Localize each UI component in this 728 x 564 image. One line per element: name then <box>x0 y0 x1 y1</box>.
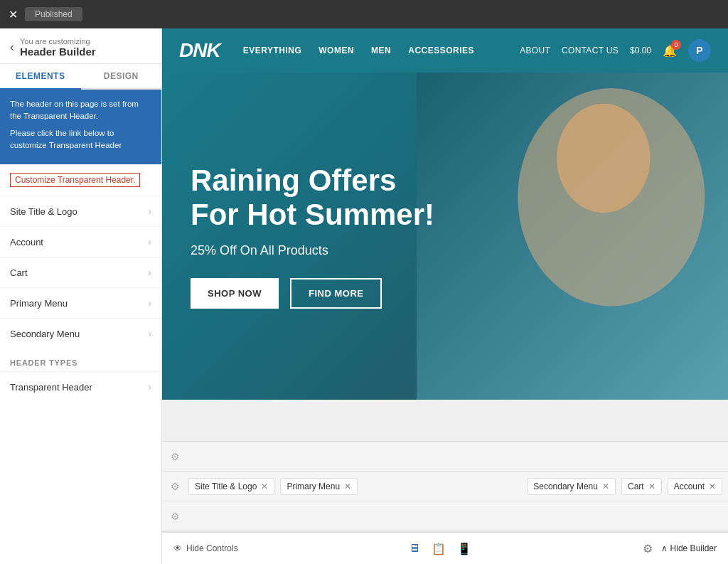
chevron-right-icon: › <box>148 206 151 217</box>
site-header: DNK EVERYTHING WOMEN MEN ACCESSORIES ABO… <box>162 28 728 73</box>
chevron-right-icon: › <box>148 381 151 393</box>
footer-bar: 👁 Hide Controls 🖥 📋 📱 ⚙ ∧ Hide Builder <box>162 531 728 564</box>
header-types-label: HEADER TYPES <box>0 348 161 371</box>
cart-amount[interactable]: $0.00 <box>630 46 651 55</box>
close-button[interactable]: ✕ <box>9 8 18 21</box>
builder-tag-secondary-menu[interactable]: Secondary Menu ✕ <box>527 478 616 495</box>
chevron-right-icon: › <box>148 297 151 309</box>
website-preview: DNK EVERYTHING WOMEN MEN ACCESSORIES ABO… <box>162 28 728 441</box>
row2-gear-icon[interactable]: ⚙ <box>168 478 183 495</box>
info-box: The header on this page is set from the … <box>0 90 161 164</box>
sidebar-header: ‹ You are customizing Header Builder <box>0 28 161 64</box>
hero-subtitle: 25% Off On All Products <box>191 243 434 258</box>
info-line2: Please click the link below to customize… <box>10 127 151 152</box>
builder-tag-primary-menu[interactable]: Primary Menu ✕ <box>280 478 358 495</box>
sidebar-tabs: ELEMENTS DESIGN <box>0 64 161 90</box>
customize-link[interactable]: Customize Transparent Header. <box>10 173 140 187</box>
customizing-label: You are customizing <box>20 37 96 46</box>
settings-gear-button[interactable]: ⚙ <box>643 542 653 555</box>
builder-tag-cart[interactable]: Cart ✕ <box>621 478 662 495</box>
builder-bottom: ⚙ ⚙ Site Title & Logo ✕ Primary Menu ✕ S… <box>162 441 728 531</box>
row3-gear-icon[interactable]: ⚙ <box>168 508 183 525</box>
site-nav: EVERYTHING WOMEN MEN ACCESSORIES <box>243 46 520 55</box>
nav-everything[interactable]: EVERYTHING <box>243 46 302 55</box>
sidebar-item-site-title[interactable]: Site Title & Logo › <box>0 196 161 226</box>
nav-about[interactable]: ABOUT <box>520 46 550 55</box>
customize-link-wrapper: Customize Transparent Header. <box>0 164 161 196</box>
sidebar-item-cart[interactable]: Cart › <box>0 257 161 287</box>
chevron-right-icon: › <box>148 328 151 339</box>
footer-right: ⚙ ∧ Hide Builder <box>643 542 717 555</box>
builder-row-3: ⚙ <box>162 501 728 531</box>
content-area: DNK EVERYTHING WOMEN MEN ACCESSORIES ABO… <box>162 28 728 564</box>
back-button[interactable]: ‹ <box>10 40 14 55</box>
notification-badge: 0 <box>671 40 681 50</box>
site-nav-right: ABOUT CONTACT US $0.00 🔔 0 P <box>520 39 711 62</box>
mobile-icon[interactable]: 📱 <box>457 542 471 555</box>
builder-tag-site-title[interactable]: Site Title & Logo ✕ <box>188 478 274 495</box>
tag-close-cart[interactable]: ✕ <box>648 481 655 491</box>
published-badge: Published <box>25 7 82 21</box>
sidebar-item-primary-menu[interactable]: Primary Menu › <box>0 287 161 318</box>
sidebar-item-account[interactable]: Account › <box>0 226 161 257</box>
hero-buttons: SHOP NOW FIND MORE <box>191 278 434 309</box>
site-logo: DNK <box>179 39 220 62</box>
top-bar: ✕ Published <box>0 0 728 28</box>
tablet-icon[interactable]: 📋 <box>432 542 446 555</box>
builder-tag-account[interactable]: Account ✕ <box>668 478 722 495</box>
eye-icon: 👁 <box>173 543 182 553</box>
nav-men[interactable]: MEN <box>371 46 391 55</box>
hide-builder-button[interactable]: ∧ Hide Builder <box>661 543 717 553</box>
builder-row-1: ⚙ <box>162 442 728 472</box>
tag-close-secondary-menu[interactable]: ✕ <box>602 481 609 491</box>
tab-design[interactable]: DESIGN <box>81 64 162 88</box>
nav-women[interactable]: WOMEN <box>318 46 354 55</box>
hide-controls-button[interactable]: 👁 Hide Controls <box>173 543 238 553</box>
sidebar-item-transparent-header[interactable]: Transparent Header › <box>0 371 161 402</box>
hero-title: Raining Offers For Hot Summer! <box>191 164 434 233</box>
sidebar-item-secondary-menu[interactable]: Secondary Menu › <box>0 318 161 348</box>
shop-now-button[interactable]: SHOP NOW <box>191 278 279 309</box>
nav-accessories[interactable]: ACCESSORIES <box>408 46 474 55</box>
hero-content: Raining Offers For Hot Summer! 25% Off O… <box>191 164 434 309</box>
tag-close-site-title[interactable]: ✕ <box>261 481 268 491</box>
nav-contact[interactable]: CONTACT US <box>562 46 619 55</box>
hero-section: Raining Offers For Hot Summer! 25% Off O… <box>162 73 728 400</box>
tag-close-primary-menu[interactable]: ✕ <box>344 481 351 491</box>
tag-close-account[interactable]: ✕ <box>709 481 716 491</box>
hero-image <box>417 73 728 400</box>
desktop-icon[interactable]: 🖥 <box>409 542 420 555</box>
notification-icon[interactable]: 🔔 0 <box>663 44 677 58</box>
chevron-right-icon: › <box>148 236 151 248</box>
info-line1: The header on this page is set from the … <box>10 98 151 123</box>
row1-gear-icon[interactable]: ⚙ <box>168 448 183 465</box>
avatar[interactable]: P <box>688 39 711 62</box>
builder-title: Header Builder <box>20 46 96 58</box>
tab-elements[interactable]: ELEMENTS <box>0 64 81 90</box>
chevron-right-icon: › <box>148 267 151 278</box>
sidebar: ‹ You are customizing Header Builder ELE… <box>0 28 162 564</box>
device-switcher: 🖥 📋 📱 <box>409 542 471 555</box>
find-more-button[interactable]: FIND MORE <box>290 278 382 309</box>
builder-row-2: ⚙ Site Title & Logo ✕ Primary Menu ✕ Sec… <box>162 472 728 501</box>
